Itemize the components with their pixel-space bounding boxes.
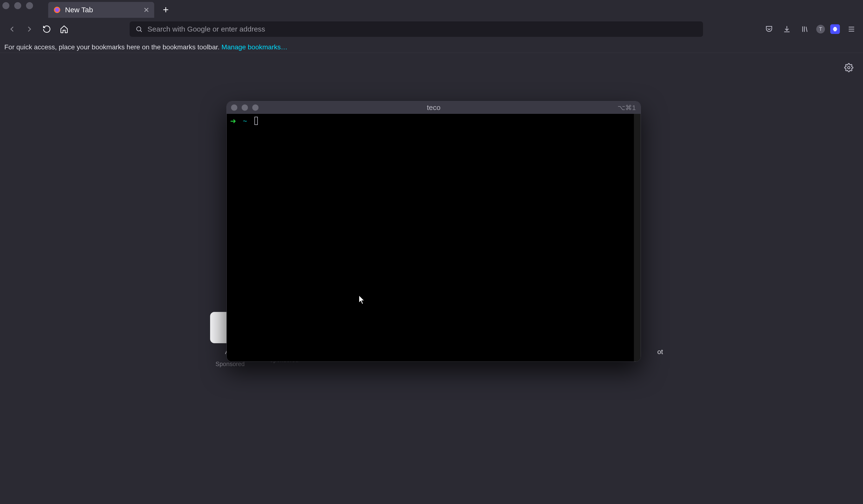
- terminal-body[interactable]: ➜ ~: [227, 114, 641, 362]
- back-button[interactable]: [5, 22, 19, 36]
- new-tab-button[interactable]: +: [161, 5, 171, 15]
- app-menu-icon[interactable]: [845, 23, 858, 35]
- svg-line-6: [806, 27, 807, 32]
- forward-button[interactable]: [22, 22, 37, 36]
- firefox-favicon-icon: [53, 6, 61, 14]
- terminal-title: teco: [227, 103, 641, 112]
- terminal-cursor: [254, 117, 258, 125]
- prompt-path: ~: [243, 117, 247, 125]
- account-avatar-icon[interactable]: T: [816, 25, 825, 34]
- svg-point-2: [137, 27, 141, 31]
- svg-line-3: [140, 30, 142, 32]
- minimize-window-button[interactable]: [14, 2, 21, 9]
- downloads-icon[interactable]: [780, 23, 793, 35]
- terminal-window[interactable]: teco ⌥⌘1 ➜ ~: [226, 101, 641, 362]
- toolbar: Search with Google or enter address T: [0, 19, 863, 39]
- tab-title: New Tab: [65, 6, 139, 14]
- page-content: Am Sponsored Sponsored ot teco ⌥⌘1 ➜ ~: [0, 53, 863, 504]
- shortcut-tile[interactable]: ot: [637, 312, 676, 356]
- home-button[interactable]: [57, 22, 71, 36]
- personalize-gear-icon[interactable]: [844, 63, 853, 72]
- bookmarks-toolbar: For quick access, place your bookmarks h…: [0, 41, 863, 53]
- browser-tab[interactable]: New Tab ✕: [48, 2, 154, 18]
- svg-point-10: [848, 66, 850, 69]
- svg-point-1: [55, 8, 59, 12]
- prompt-arrow-icon: ➜: [230, 117, 236, 125]
- tab-bar: New Tab ✕ +: [48, 2, 858, 18]
- url-bar-placeholder: Search with Google or enter address: [148, 25, 265, 33]
- bookmarks-hint-text: For quick access, place your bookmarks h…: [4, 43, 220, 51]
- library-icon[interactable]: [798, 23, 811, 35]
- reload-button[interactable]: [39, 22, 54, 36]
- manage-bookmarks-link[interactable]: Manage bookmarks…: [222, 43, 287, 51]
- zoom-window-button[interactable]: [26, 2, 33, 9]
- close-tab-icon[interactable]: ✕: [143, 6, 149, 14]
- toolbar-right: T: [763, 19, 858, 39]
- terminal-scrollbar[interactable]: [634, 114, 641, 362]
- terminal-tab-shortcut: ⌥⌘1: [617, 104, 636, 112]
- terminal-titlebar[interactable]: teco ⌥⌘1: [227, 101, 641, 114]
- url-bar[interactable]: Search with Google or enter address: [129, 22, 703, 37]
- browser-window-controls: [2, 2, 33, 9]
- search-icon: [135, 26, 142, 33]
- pocket-icon[interactable]: [763, 23, 775, 35]
- extension-icon[interactable]: [830, 24, 840, 34]
- shortcut-label: ot: [657, 348, 663, 356]
- close-window-button[interactable]: [2, 2, 9, 9]
